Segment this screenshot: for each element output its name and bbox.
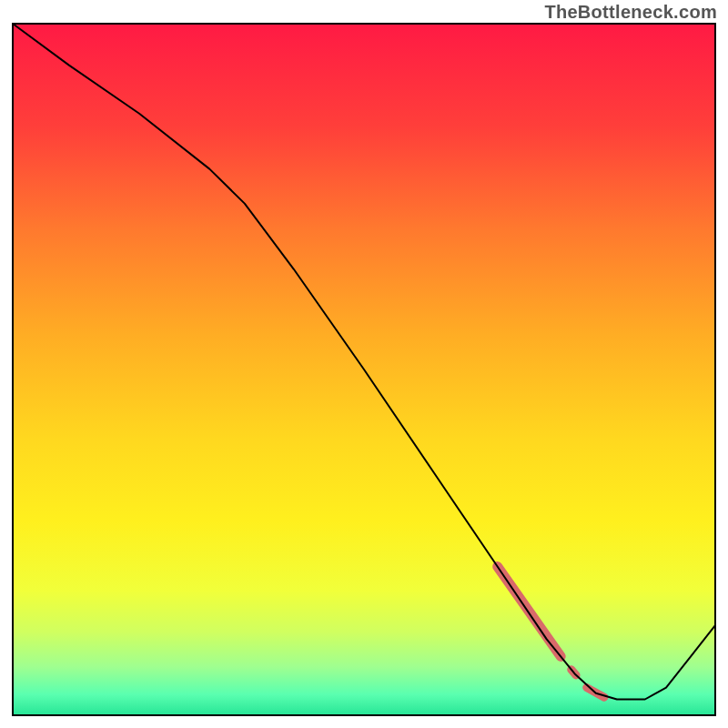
chart-svg — [0, 0, 728, 728]
watermark-text: TheBottleneck.com — [544, 2, 717, 23]
chart-container: TheBottleneck.com — [0, 0, 728, 728]
